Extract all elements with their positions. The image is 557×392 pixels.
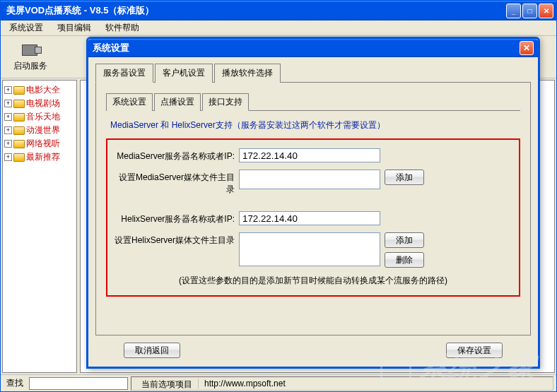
mediaserver-add-button[interactable]: 添加 — [385, 170, 424, 185]
tab-client-settings[interactable]: 客户机设置 — [155, 64, 213, 83]
subtab-interface-support[interactable]: 接口支持 — [202, 93, 249, 111]
helixserver-dir-label: 设置HelixServer媒体文件主目录 — [115, 232, 235, 247]
tree-label: 电影大全 — [26, 84, 60, 96]
dialog-footer: 取消返回 保存设置 — [95, 335, 531, 361]
mediaserver-ip-input[interactable] — [239, 148, 380, 162]
subtab-system-settings[interactable]: 系统设置 — [106, 93, 153, 111]
tree-label: 动漫世界 — [26, 124, 60, 136]
expand-icon[interactable]: + — [4, 113, 12, 121]
tree-item-movies[interactable]: + 电影大全 — [4, 83, 75, 97]
highlighted-section: MediaServer服务器名称或者IP: 设置MediaServer媒体文件主… — [106, 138, 520, 297]
cancel-button[interactable]: 取消返回 — [124, 343, 180, 358]
mediaserver-dir-label: 设置MediaServer媒体文件主目录 — [115, 170, 235, 196]
sub-tab-row: 系统设置 点播设置 接口支持 — [106, 93, 520, 111]
status-url: http://www.mpsoft.net — [199, 379, 549, 388]
tab-content: 系统设置 点播设置 接口支持 MediaServer 和 HelixServer… — [95, 83, 531, 335]
start-service-label: 启动服务 — [13, 60, 47, 72]
mediaserver-dir-input[interactable] — [239, 170, 380, 189]
helixserver-dir-input[interactable] — [239, 232, 380, 266]
folder-icon — [13, 126, 25, 135]
settings-dialog: 系统设置 ✕ 服务器设置 客户机设置 播放软件选择 系统设置 点播设置 接口支持… — [86, 37, 540, 369]
dialog-title: 系统设置 — [93, 42, 520, 54]
note-text: (设置这些参数的目的是添加新节目时候能自动转换成某个流服务的路径) — [115, 275, 512, 287]
mediaserver-ip-label: MediaServer服务器名称或者IP: — [115, 148, 235, 162]
menu-project-edit[interactable]: 项目编辑 — [53, 20, 95, 35]
search-input[interactable] — [29, 377, 128, 390]
dialog-titlebar[interactable]: 系统设置 ✕ — [88, 39, 538, 57]
menu-software-help[interactable]: 软件帮助 — [101, 20, 143, 35]
subtab-vod-settings[interactable]: 点播设置 — [154, 93, 201, 111]
start-service-button[interactable]: 启动服务 — [8, 39, 53, 75]
window-title: 美屏VOD点播系统 - V8.5（标准版） — [4, 4, 506, 17]
folder-icon — [13, 140, 25, 148]
tree-item-music[interactable]: + 音乐天地 — [4, 110, 75, 124]
main-titlebar: 美屏VOD点播系统 - V8.5（标准版） _ □ ✕ — [1, 1, 556, 20]
helixserver-delete-button[interactable]: 删除 — [385, 252, 424, 268]
helixserver-ip-input[interactable] — [239, 211, 380, 225]
maximize-button[interactable]: □ — [522, 4, 537, 18]
category-tree: + 电影大全 + 电视剧场 + 音乐天地 + 动漫世界 + — [2, 80, 77, 373]
menubar: 系统设置 项目编辑 软件帮助 — [1, 20, 556, 36]
expand-icon[interactable]: + — [4, 126, 12, 134]
mediaserver-ip-row: MediaServer服务器名称或者IP: — [115, 148, 512, 162]
statusbar: 当前选项项目 http://www.mpsoft.net — [131, 376, 553, 391]
save-button[interactable]: 保存设置 — [446, 343, 503, 358]
expand-icon[interactable]: + — [4, 153, 12, 161]
folder-icon — [13, 153, 25, 162]
tab-server-settings[interactable]: 服务器设置 — [95, 64, 153, 83]
camera-icon — [19, 42, 42, 59]
tree-item-tv[interactable]: + 电视剧场 — [4, 97, 75, 110]
tab-player-select[interactable]: 播放软件选择 — [214, 64, 281, 83]
mediaserver-dir-row: 设置MediaServer媒体文件主目录 添加 — [115, 170, 512, 196]
folder-icon — [13, 86, 25, 95]
expand-icon[interactable]: + — [4, 140, 12, 148]
tree-item-recommend[interactable]: + 最新推荐 — [4, 150, 75, 164]
window-controls: _ □ ✕ — [506, 4, 553, 18]
tree-label: 网络视听 — [26, 138, 60, 150]
status-current-item: 当前选项项目 — [136, 379, 199, 388]
search-label: 查找 — [4, 377, 26, 389]
tree-label: 最新推荐 — [26, 151, 60, 163]
tree-item-anime[interactable]: + 动漫世界 — [4, 124, 75, 137]
expand-icon[interactable]: + — [4, 100, 12, 107]
helixserver-ip-row: HelixServer服务器名称或者IP: — [115, 211, 512, 225]
dialog-close-button[interactable]: ✕ — [520, 41, 534, 55]
dialog-body: 服务器设置 客户机设置 播放软件选择 系统设置 点播设置 接口支持 MediaS… — [88, 57, 538, 367]
footer: 查找 当前选项项目 http://www.mpsoft.net — [1, 374, 556, 391]
helixserver-add-button[interactable]: 添加 — [385, 232, 424, 248]
tree-label: 音乐天地 — [26, 111, 60, 123]
folder-icon — [13, 113, 25, 121]
section-title: MediaServer 和 HelixServer支持（服务器安装过这两个软件才… — [106, 119, 520, 131]
menu-system-settings[interactable]: 系统设置 — [5, 20, 47, 35]
minimize-button[interactable]: _ — [506, 4, 521, 18]
helixserver-dir-row: 设置HelixServer媒体文件主目录 添加 删除 — [115, 232, 512, 268]
helixserver-ip-label: HelixServer服务器名称或者IP: — [115, 211, 235, 225]
close-button[interactable]: ✕ — [539, 4, 553, 18]
expand-icon[interactable]: + — [4, 86, 12, 94]
tree-label: 电视剧场 — [26, 97, 60, 109]
main-tab-row: 服务器设置 客户机设置 播放软件选择 — [95, 63, 531, 83]
tree-item-network[interactable]: + 网络视听 — [4, 137, 75, 150]
folder-icon — [13, 100, 25, 108]
